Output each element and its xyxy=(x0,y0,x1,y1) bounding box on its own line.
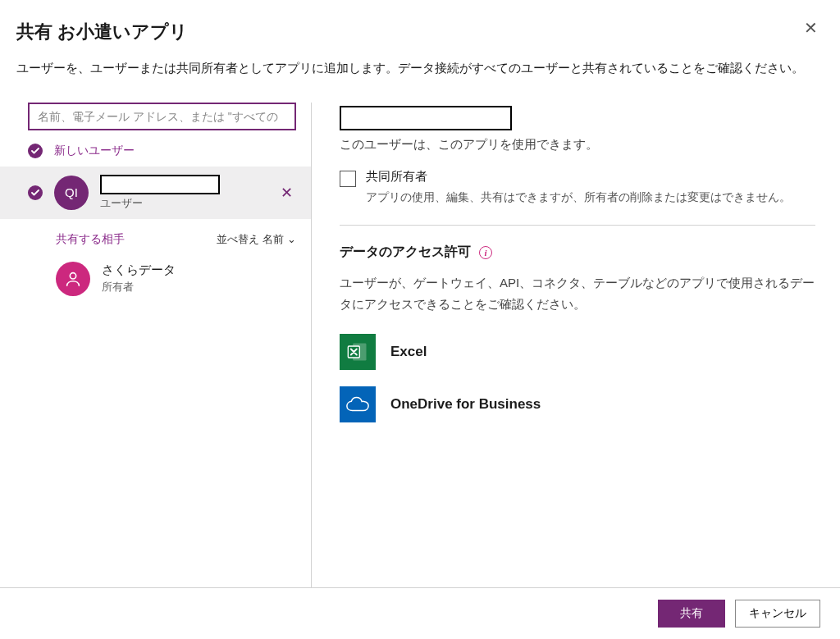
owner-info: さくらデータ 所有者 xyxy=(102,262,176,294)
connector-label: OneDrive for Business xyxy=(390,396,541,413)
sort-toggle[interactable]: 並べ替え 名前 ⌄ xyxy=(217,232,296,247)
cancel-button[interactable]: キャンセル xyxy=(735,600,820,628)
excel-icon xyxy=(340,334,376,370)
user-search-input[interactable] xyxy=(28,103,296,130)
share-sidebar: 新しいユーザー QI ユーザー ✕ 共有する相手 並べ替え 名前 ⌄ xyxy=(0,103,312,588)
dialog-body: 新しいユーザー QI ユーザー ✕ 共有する相手 並べ替え 名前 ⌄ xyxy=(0,103,840,588)
owner-row[interactable]: さくらデータ 所有者 xyxy=(0,255,311,304)
search-wrap xyxy=(0,103,311,140)
check-circle-icon xyxy=(28,185,43,200)
check-circle-icon xyxy=(28,144,43,158)
chevron-down-icon: ⌄ xyxy=(287,233,296,245)
user-role-label: ユーザー xyxy=(100,196,266,211)
selected-user-row[interactable]: QI ユーザー ✕ xyxy=(0,167,311,219)
selected-user-name-redacted xyxy=(340,106,512,130)
data-permissions-title: データのアクセス許可 xyxy=(340,244,471,261)
permissions-panel: このユーザーは、このアプリを使用できます。 共同所有者 アプリの使用、編集、共有… xyxy=(312,103,840,588)
co-owner-checkbox[interactable] xyxy=(340,171,356,187)
co-owner-label: 共同所有者 xyxy=(366,169,791,185)
share-button[interactable]: 共有 xyxy=(658,600,725,628)
user-permission-desc: このユーザーは、このアプリを使用できます。 xyxy=(340,137,815,153)
sort-field: 名前 xyxy=(262,232,284,247)
co-owner-text: 共同所有者 アプリの使用、編集、共有はできますが、所有者の削除または変更はできま… xyxy=(366,169,791,208)
co-owner-desc: アプリの使用、編集、共有はできますが、所有者の削除または変更はできません。 xyxy=(366,188,791,208)
share-dialog: 共有 お小遣いアプリ ユーザーを、ユーザーまたは共同所有者としてアプリに追加しま… xyxy=(0,0,840,639)
info-icon[interactable]: i xyxy=(479,246,492,259)
dialog-title: 共有 お小遣いアプリ xyxy=(16,20,817,44)
data-permissions-desc: ユーザーが、ゲートウェイ、API、コネクタ、テーブルなどのアプリで使用されるデー… xyxy=(340,272,815,314)
share-with-label: 共有する相手 xyxy=(56,232,125,247)
svg-point-0 xyxy=(70,272,75,278)
connector-row: Excel xyxy=(340,334,815,370)
connector-row: OneDrive for Business xyxy=(340,386,815,422)
remove-user-button[interactable]: ✕ xyxy=(277,180,296,205)
owner-name: さくらデータ xyxy=(102,262,176,278)
connector-label: Excel xyxy=(390,344,427,360)
dialog-header: 共有 お小遣いアプリ ユーザーを、ユーザーまたは共同所有者としてアプリに追加しま… xyxy=(0,0,840,88)
onedrive-icon xyxy=(340,386,376,422)
new-user-section-label: 新しいユーザー xyxy=(0,140,311,167)
user-info: ユーザー xyxy=(100,175,266,211)
new-user-label: 新しいユーザー xyxy=(54,144,135,158)
dialog-subtitle: ユーザーを、ユーザーまたは共同所有者としてアプリに追加します。データ接続がすべて… xyxy=(16,59,817,78)
sort-label-prefix: 並べ替え xyxy=(217,232,259,247)
user-name-redacted xyxy=(100,175,220,194)
share-with-header: 共有する相手 並べ替え 名前 ⌄ xyxy=(0,219,311,255)
co-owner-block: 共同所有者 アプリの使用、編集、共有はできますが、所有者の削除または変更はできま… xyxy=(340,169,815,208)
close-button[interactable]: ✕ xyxy=(799,16,822,39)
dialog-footer: 共有 キャンセル xyxy=(0,587,840,639)
user-avatar: QI xyxy=(54,176,89,210)
close-icon: ✕ xyxy=(804,18,818,38)
owner-role: 所有者 xyxy=(102,280,176,294)
data-permissions-header: データのアクセス許可 i xyxy=(340,244,815,261)
separator xyxy=(340,225,815,226)
owner-avatar-icon xyxy=(56,262,90,296)
